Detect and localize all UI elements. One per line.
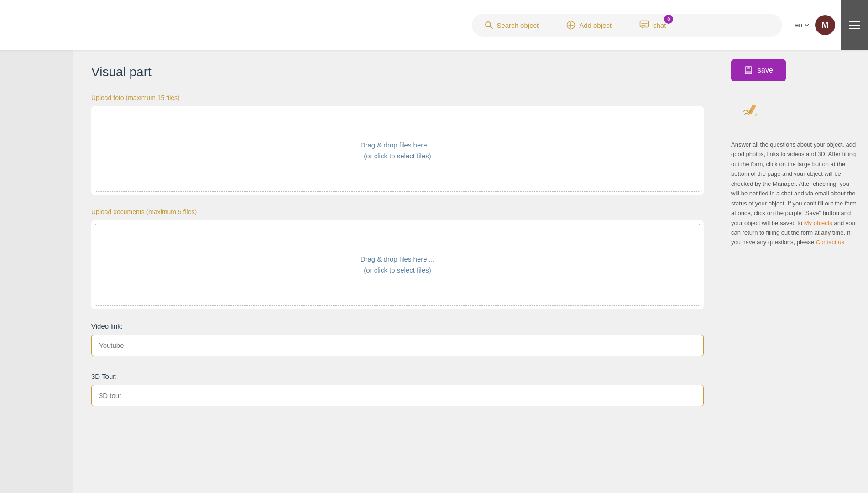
search-icon: [485, 21, 493, 29]
video-label: Video link:: [91, 322, 704, 330]
contact-us-link[interactable]: Contact us: [816, 239, 844, 246]
info-text: Answer all the questions about your obje…: [731, 140, 859, 247]
hamburger-line: [849, 28, 860, 29]
lang-label: en: [795, 21, 802, 29]
add-object-button[interactable]: Add object: [557, 19, 615, 31]
right-panel: save Answer all the questions about your…: [722, 50, 868, 493]
chat-label: chat: [653, 21, 666, 29]
upload-docs-label: Upload documents (maximum 5 files): [91, 208, 704, 215]
hamburger-button[interactable]: [841, 0, 868, 50]
chat-button[interactable]: chat 0: [630, 18, 669, 32]
hamburger-line: [849, 21, 860, 22]
search-bar: Search object Add object chat 0: [472, 14, 782, 37]
language-selector[interactable]: en: [795, 21, 810, 29]
tour-input[interactable]: [91, 385, 704, 406]
illustration-icon: [736, 99, 763, 126]
svg-rect-9: [747, 67, 750, 69]
illustration: [731, 94, 768, 131]
docs-dropzone-text: Drag & drop files here ... (or click to …: [361, 254, 435, 276]
svg-rect-5: [640, 21, 649, 27]
search-button[interactable]: Search object: [481, 19, 542, 31]
page-title: Visual part: [91, 65, 704, 79]
avatar[interactable]: M: [815, 15, 835, 35]
photo-dropzone-text: Drag & drop files here ... (or click to …: [361, 140, 435, 162]
docs-dropzone-outer: Drag & drop files here ... (or click to …: [91, 220, 704, 309]
header: Search object Add object chat 0 en: [0, 0, 868, 50]
photo-dropzone-outer: Drag & drop files here ... (or click to …: [91, 106, 704, 195]
search-label: Search object: [497, 21, 539, 29]
chevron-down-icon: [804, 22, 810, 28]
header-right: en M: [790, 15, 841, 35]
my-objects-link[interactable]: My objects: [804, 220, 832, 226]
save-label: save: [758, 66, 773, 74]
tour-label: 3D Tour:: [91, 372, 704, 380]
svg-rect-10: [746, 71, 751, 73]
save-button[interactable]: save: [731, 59, 786, 81]
main-wrapper: Visual part Upload foto (maximum 15 file…: [0, 50, 868, 493]
add-icon: [566, 21, 575, 30]
svg-point-0: [486, 22, 491, 27]
photo-dropzone[interactable]: Drag & drop files here ... (or click to …: [95, 110, 700, 192]
main-content: Visual part Upload foto (maximum 15 file…: [73, 50, 722, 493]
video-input[interactable]: [91, 335, 704, 356]
chat-badge: 0: [664, 15, 673, 24]
hamburger-line: [849, 25, 860, 26]
chat-icon: [639, 20, 649, 30]
upload-photos-label: Upload foto (maximum 15 files): [91, 94, 704, 101]
docs-dropzone[interactable]: Drag & drop files here ... (or click to …: [95, 224, 700, 306]
add-label: Add object: [579, 21, 612, 29]
svg-line-1: [490, 26, 492, 29]
save-icon: [744, 66, 753, 75]
sidebar: [0, 0, 73, 493]
